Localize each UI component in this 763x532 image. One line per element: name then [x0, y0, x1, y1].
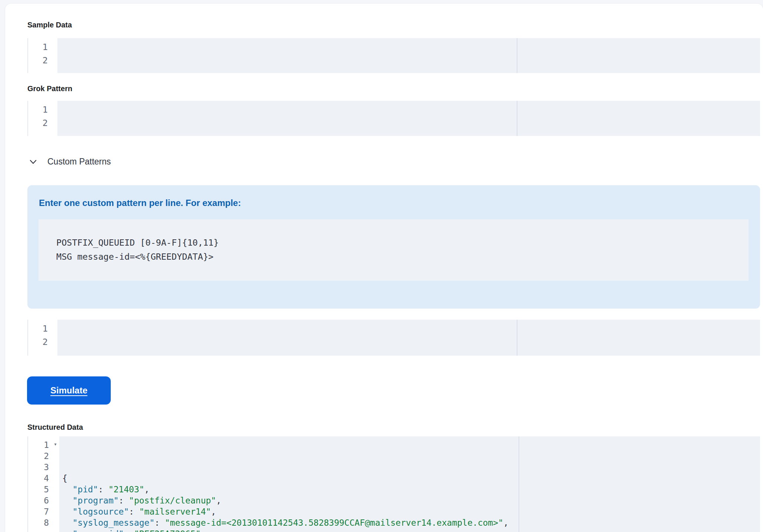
editor-gutter: 12 — [28, 101, 57, 136]
code-line: "pid": "21403", — [62, 484, 760, 495]
editor-content: POSTFIX_QUEUEID [0-9A-F]{10,11}MSG messa… — [57, 320, 760, 356]
json-key: "program" — [73, 496, 119, 505]
json-punct: { — [62, 473, 67, 483]
custom-patterns-callout: Enter one custom pattern per line. For e… — [27, 185, 760, 309]
editor-gutter: 12 — [28, 320, 57, 356]
json-punct: , — [211, 507, 216, 516]
callout-example-code: POSTFIX_QUEUEID [0-9A-F]{10,11}MSG messa… — [39, 219, 749, 281]
line-number: 2 — [28, 450, 49, 462]
json-string: "mailserver14" — [139, 507, 211, 516]
json-string: "21403" — [109, 485, 144, 494]
json-punct — [62, 507, 73, 516]
line-number: 8 — [28, 517, 49, 528]
page-background: { "sample_data": { "label": "Sample Data… — [0, 0, 763, 532]
callout-title: Enter one custom pattern per line. For e… — [39, 198, 241, 208]
line-number: 1 — [28, 103, 48, 116]
sample-data-editor[interactable]: 12 Jan 1 06:25:43 mailserver14 postfix/c… — [27, 38, 760, 73]
editor-content: %{SYSLOGBASE} %{POSTFIX_QUEUEID:queue_id… — [57, 101, 760, 136]
print-margin-ruler — [517, 38, 517, 73]
line-number: 2 — [28, 116, 48, 130]
editor-content: { "pid": "21403", "program": "postfix/cl… — [59, 436, 760, 532]
grok-pattern-label: Grok Pattern — [27, 84, 72, 93]
json-punct: : — [129, 507, 139, 516]
simulate-button[interactable]: Simulate — [27, 376, 111, 405]
line-number: 1▾ — [28, 439, 49, 450]
chevron-down-icon — [28, 157, 38, 167]
line-number: 6 — [28, 495, 49, 506]
json-punct: , — [503, 518, 509, 528]
code-line: POSTFIX_QUEUEID [0-9A-F]{10,11} — [56, 236, 749, 250]
code-line: MSG message-id=<%{GREEDYDATA}> — [56, 250, 749, 264]
line-number: 4 — [28, 473, 49, 484]
line-number: 7 — [28, 506, 49, 517]
editor-gutter: 12 — [28, 38, 57, 73]
json-string: "message-id=<20130101142543.5828399CCAF@… — [165, 518, 503, 528]
custom-patterns-label: Custom Patterns — [47, 157, 111, 167]
json-key: "syslog_message" — [73, 518, 155, 528]
code-line: "queue_id": "BEF25A72965", — [62, 528, 760, 532]
content-card: Sample Data 12 Jan 1 06:25:43 mailserver… — [5, 4, 763, 532]
line-number: 1 — [28, 322, 48, 335]
json-punct: , — [201, 529, 206, 532]
code-line: { — [62, 473, 760, 484]
structured-data-label: Structured Data — [27, 422, 83, 432]
grok-pattern-editor[interactable]: 12 %{SYSLOGBASE} %{POSTFIX_QUEUEID:queue… — [27, 101, 760, 136]
json-key: "queue_id" — [73, 529, 124, 532]
editor-content: Jan 1 06:25:43 mailserver14 postfix/clea… — [57, 38, 760, 73]
code-line: "syslog_message": "message-id=<201301011… — [62, 517, 760, 528]
custom-patterns-accordion[interactable]: Custom Patterns — [28, 153, 111, 170]
code-line: "logsource": "mailserver14", — [62, 506, 760, 517]
json-punct — [62, 485, 73, 494]
json-punct: , — [216, 496, 221, 505]
line-number: 5 — [28, 484, 49, 495]
line-number: 3 — [28, 462, 49, 473]
json-key: "logsource" — [73, 507, 129, 516]
editor-gutter: 1▾2345678 — [28, 436, 59, 532]
json-punct — [62, 529, 73, 532]
print-margin-ruler — [517, 320, 517, 356]
code-line: "program": "postfix/cleanup", — [62, 495, 760, 506]
json-punct — [62, 518, 73, 528]
custom-patterns-editor[interactable]: 12 POSTFIX_QUEUEID [0-9A-F]{10,11}MSG me… — [27, 320, 760, 356]
json-string: "BEF25A72965" — [134, 529, 201, 532]
json-punct: : — [124, 529, 134, 532]
fold-arrow-icon[interactable]: ▾ — [54, 442, 57, 447]
json-punct: : — [154, 518, 165, 528]
json-string: "postfix/cleanup" — [129, 496, 216, 505]
sample-data-label: Sample Data — [27, 20, 72, 30]
structured-data-editor: 1▾2345678 { "pid": "21403", "program": "… — [27, 436, 760, 532]
line-number: 2 — [28, 335, 48, 349]
json-punct: , — [144, 485, 150, 494]
json-punct — [62, 496, 73, 505]
line-number: 2 — [28, 54, 48, 67]
line-number: 1 — [28, 40, 48, 54]
json-punct: : — [98, 485, 109, 494]
json-key: "pid" — [73, 485, 98, 494]
print-margin-ruler — [517, 101, 517, 136]
json-punct: : — [119, 496, 129, 505]
